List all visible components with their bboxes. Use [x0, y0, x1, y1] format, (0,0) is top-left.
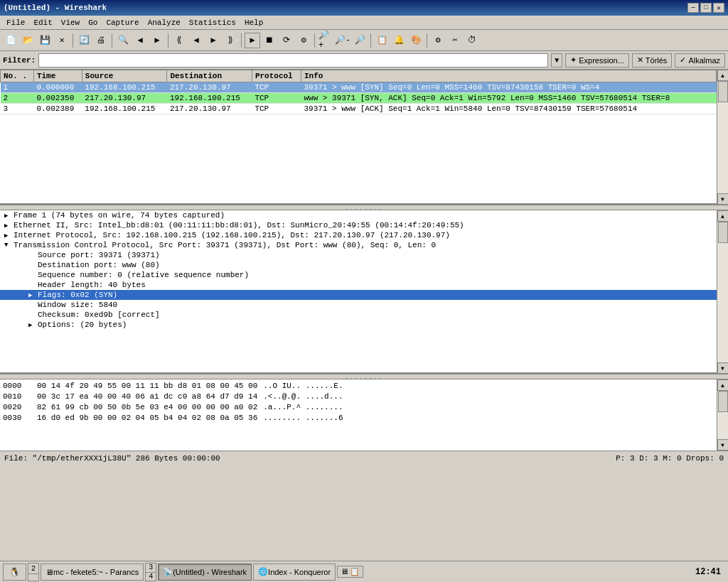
maximize-button[interactable]: □: [700, 3, 712, 13]
stop-capture-button[interactable]: ⏹: [262, 33, 277, 48]
reload-button[interactable]: 🔄: [76, 33, 92, 48]
tray-icon-2: 📋: [350, 567, 360, 576]
detail-item-tcp-checksum[interactable]: Checksum: 0xed9b [correct]: [0, 310, 717, 320]
cell-info: 39371 > www [SYN] Seq=0 Len=0 MSS=1460 T…: [301, 82, 716, 93]
file-status: File: "/tmp/etherXXX1jL38U" 286 Bytes 00…: [4, 454, 220, 463]
packet-list-scrollbar[interactable]: ▲ ▼: [717, 70, 728, 205]
hex-scrollbar[interactable]: ▲ ▼: [717, 379, 728, 451]
detail-scroll-down[interactable]: ▼: [717, 362, 729, 374]
scroll-up-arrow[interactable]: ▲: [717, 70, 729, 81]
hex-scroll-down[interactable]: ▼: [717, 439, 729, 451]
packet-details[interactable]: ▶Frame 1 (74 bytes on wire, 74 bytes cap…: [0, 210, 717, 374]
taskbar-konqueror-button[interactable]: 🌐 Index - Konqueror: [253, 564, 336, 581]
minimize-button[interactable]: ─: [687, 3, 699, 13]
detail-scroll-track[interactable]: [717, 222, 728, 362]
print-button[interactable]: 🖨: [93, 33, 109, 48]
detail-item-ethernet[interactable]: ▶Ethernet II, Src: Intel_bb:d8:01 (00:11…: [0, 220, 717, 230]
capture-filters-button[interactable]: 📋: [374, 33, 390, 48]
menu-go[interactable]: Go: [85, 18, 101, 28]
display-filters-button[interactable]: 🔔: [391, 33, 407, 48]
start-capture-button[interactable]: ▶: [245, 33, 260, 48]
prev-button[interactable]: ◀: [132, 33, 148, 48]
cell-protocol: TCP: [252, 93, 301, 104]
proto-decode-button[interactable]: ⏱: [464, 33, 480, 48]
hex-ascii: ........ .......6: [263, 413, 343, 424]
detail-item-tcp-flags[interactable]: ▶Flags: 0x02 (SYN): [0, 290, 717, 300]
detail-item-tcp-seq[interactable]: Sequence number: 0 (relative sequence nu…: [0, 270, 717, 280]
go-first-button[interactable]: ⟪: [171, 33, 187, 48]
next-button[interactable]: ▶: [149, 33, 165, 48]
menu-help[interactable]: Help: [241, 18, 267, 28]
new-button[interactable]: 📄: [3, 33, 18, 48]
detail-item-tcp[interactable]: ▼Transmission Control Protocol, Src Port…: [0, 240, 717, 250]
find-button[interactable]: 🔍: [115, 33, 131, 48]
go-next-button[interactable]: ▶: [205, 33, 221, 48]
detail-item-ip[interactable]: ▶Internet Protocol, Src: 192.168.100.215…: [0, 230, 717, 240]
wireshark-label: (Untitled) - Wireshark: [173, 568, 247, 576]
taskbar-wireshark-button[interactable]: 📡 (Untitled) - Wireshark: [158, 564, 252, 581]
zoom-in-button[interactable]: 🔎+: [318, 33, 333, 48]
menu-view[interactable]: View: [58, 18, 83, 28]
detail-arrow-tcp: ▼: [4, 242, 11, 249]
detail-item-tcp-options[interactable]: ▶Options: (20 bytes): [0, 320, 717, 330]
packet-details-scrollbar[interactable]: ▲ ▼: [717, 210, 728, 374]
start-button[interactable]: 🐧: [3, 564, 26, 581]
cell-time: 0.002389: [33, 104, 82, 114]
detail-item-frame[interactable]: ▶Frame 1 (74 bytes on wire, 74 bytes cap…: [0, 210, 717, 220]
detail-item-tcp-dst-port[interactable]: Destination port: www (80): [0, 260, 717, 270]
hex-offset: 0000: [3, 381, 31, 392]
options-button[interactable]: ⚙: [296, 33, 311, 48]
hex-scroll-track[interactable]: [717, 391, 728, 439]
resize-handle-2[interactable]: ........: [0, 374, 728, 379]
detail-item-tcp-header[interactable]: Header length: 40 bytes: [0, 280, 717, 290]
sep1: [73, 33, 73, 48]
expression-button[interactable]: ✦ Expression...: [565, 53, 629, 68]
save-button[interactable]: 💾: [37, 33, 53, 48]
menu-edit[interactable]: Edit: [30, 18, 55, 28]
detail-arrow-frame: ▶: [4, 212, 11, 220]
system-tray: 🖥 📋: [337, 566, 363, 578]
detail-item-tcp-window[interactable]: Window size: 5840: [0, 300, 717, 310]
filter-dropdown-button[interactable]: ▼: [551, 53, 562, 68]
hex-scroll-up[interactable]: ▲: [717, 379, 729, 391]
detail-text-tcp-seq: Sequence number: 0 (relative sequence nu…: [38, 271, 249, 279]
expert-info-button[interactable]: ✂: [447, 33, 463, 48]
detail-item-tcp-src-port[interactable]: Source port: 39371 (39371): [0, 250, 717, 260]
zoom-normal-button[interactable]: 🔎: [352, 33, 368, 48]
scroll-down-arrow[interactable]: ▼: [717, 193, 729, 205]
filter-input[interactable]: [38, 53, 548, 68]
open-button[interactable]: 📂: [20, 33, 36, 48]
close-capture-button[interactable]: ✕: [54, 33, 70, 48]
table-row[interactable]: 30.002389192.168.100.215217.20.130.97TCP…: [1, 104, 717, 114]
table-row[interactable]: 20.002350217.20.130.97192.168.100.215TCP…: [1, 93, 717, 104]
hex-scroll-thumb[interactable]: [718, 391, 728, 412]
hex-ascii: .a...P.^ ........: [263, 402, 343, 413]
apply-button[interactable]: ✓ Alkalmaz: [675, 53, 725, 68]
taskbar-mc-button[interactable]: 🖥 mc - fekete5:~ - Parancs: [41, 564, 144, 581]
close-button[interactable]: ✕: [713, 3, 724, 13]
cell-no: 2: [1, 93, 34, 104]
scroll-track[interactable]: [717, 81, 728, 193]
go-prev-button[interactable]: ◀: [188, 33, 204, 48]
menu-capture[interactable]: Capture: [102, 18, 142, 28]
packet-list[interactable]: No. . Time Source Destination Protocol I…: [0, 70, 717, 205]
menu-file[interactable]: File: [3, 18, 28, 28]
cell-no: 1: [1, 82, 34, 93]
cell-protocol: TCP: [252, 82, 301, 93]
go-last-button[interactable]: ⟫: [223, 33, 238, 48]
detail-scroll-thumb[interactable]: [718, 222, 728, 243]
clear-button[interactable]: ✕ Törlés: [632, 53, 673, 68]
preferences-button[interactable]: ⚙: [430, 33, 446, 48]
detail-scroll-up[interactable]: ▲: [717, 210, 729, 222]
detail-text-tcp-options: Options: (20 bytes): [38, 320, 127, 329]
hex-ascii: ..O IU.. ......E.: [263, 381, 343, 392]
zoom-out-button[interactable]: 🔎-: [335, 33, 350, 48]
resize-handle-1[interactable]: ........: [0, 205, 728, 210]
restart-capture-button[interactable]: ⟳: [279, 33, 294, 48]
coloring-rules-button[interactable]: 🎨: [408, 33, 424, 48]
table-row[interactable]: 10.000000192.168.100.215217.20.130.97TCP…: [1, 82, 717, 93]
scroll-thumb[interactable]: [718, 81, 728, 102]
menu-statistics[interactable]: Statistics: [186, 18, 240, 28]
detail-text-tcp-window: Window size: 5840: [38, 301, 117, 309]
menu-analyze[interactable]: Analyze: [144, 18, 184, 28]
